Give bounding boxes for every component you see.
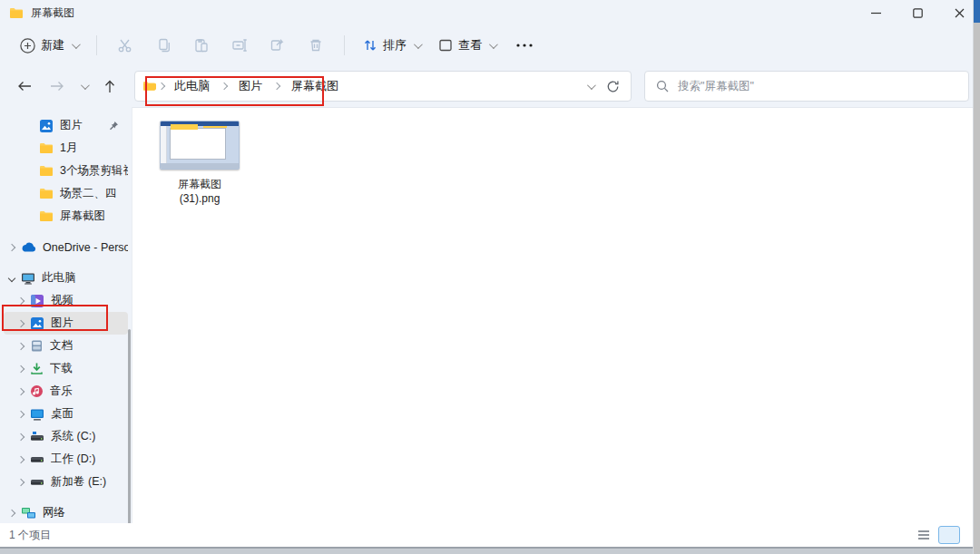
sidebar-item-folder-scenes[interactable]: 场景二、四 [4,182,128,205]
up-button[interactable] [96,73,123,100]
item-count-label: 1 个项目 [9,528,51,543]
address-row: 此电脑 图片 屏幕截图 搜索"屏幕截图" [0,65,980,107]
file-explorer-window: 屏幕截图 新建 [0,0,980,554]
chevron-down-icon[interactable] [8,274,15,281]
breadcrumb-separator [273,83,280,90]
maximize-button[interactable] [897,0,938,25]
address-dropdown-chevron[interactable] [587,81,596,90]
sort-button[interactable]: 排序 [356,32,427,59]
sidebar-item-desktop[interactable]: 桌面 [4,403,128,425]
sidebar-item-this-pc[interactable]: 此电脑 [4,267,128,289]
folder-icon [39,188,54,199]
breadcrumb-separator [158,83,165,90]
documents-icon [30,339,44,353]
pictures-icon [39,119,54,133]
chevron-right-icon[interactable] [17,319,24,326]
file-thumbnail [160,121,240,170]
folder-icon [142,81,156,92]
breadcrumb-separator [220,83,228,90]
chevron-right-icon[interactable] [17,433,24,440]
pin-icon [109,121,119,131]
sidebar-item-pictures-pinned[interactable]: 图片 [4,114,128,137]
share-button[interactable] [260,31,295,60]
toolbar-divider [344,35,345,55]
window-title: 屏幕截图 [31,5,74,21]
sidebar-item-drive-c[interactable]: 系统 (C:) [4,425,128,448]
sidebar-item-videos[interactable]: 视频 [4,289,128,312]
chevron-down-icon [72,40,81,49]
sidebar-item-documents[interactable]: 文档 [4,335,128,357]
view-icon [438,38,453,53]
chevron-right-icon[interactable] [17,455,24,462]
chevron-right-icon[interactable] [17,478,24,485]
drive-icon [30,453,44,465]
share-icon [270,37,286,53]
search-icon [656,80,669,92]
rename-icon [231,37,248,53]
file-name: 屏幕截图 (31).png [178,177,221,206]
breadcrumb-screenshots[interactable]: 屏幕截图 [284,75,346,97]
sidebar-item-onedrive[interactable]: OneDrive - Perso [4,236,128,258]
back-button[interactable] [11,73,38,100]
forward-button[interactable] [44,73,71,100]
delete-button[interactable] [299,31,333,60]
breadcrumb-pictures[interactable]: 图片 [231,75,270,97]
sidebar-item-pictures[interactable]: 图片 [4,312,128,335]
chevron-down-icon [414,40,423,49]
paste-button[interactable] [184,31,219,60]
chevron-right-icon[interactable] [17,410,24,417]
copy-button[interactable] [146,31,181,60]
sidebar-item-folder-screenshots[interactable]: 屏幕截图 [4,205,128,228]
command-toolbar: 新建 排序 查看 [0,25,980,65]
chevron-right-icon[interactable] [8,509,15,516]
more-options-button[interactable] [506,43,543,48]
rename-button[interactable] [222,31,257,60]
onedrive-icon [21,242,36,252]
sidebar-item-folder-jan[interactable]: 1月 [4,137,128,160]
folder-icon [9,7,24,19]
address-bar[interactable]: 此电脑 图片 屏幕截图 [134,71,632,102]
file-item-screenshot-31[interactable]: 屏幕截图 (31).png [152,121,247,206]
details-view-toggle[interactable] [913,526,935,544]
folder-icon [39,210,54,222]
cut-button[interactable] [108,31,142,60]
icons-view-toggle[interactable] [938,526,960,544]
breadcrumb: 此电脑 图片 屏幕截图 [167,75,346,97]
downloads-icon [30,362,44,375]
sidebar-item-downloads[interactable]: 下载 [4,357,128,380]
paste-icon [193,37,210,53]
minimize-button[interactable] [855,0,897,25]
recent-locations-button[interactable] [76,73,91,100]
sidebar-item-drive-d[interactable]: 工作 (D:) [4,448,128,471]
navigation-pane: 图片 1月 3个场景剪辑视频 场景二、四 屏幕截图 [0,107,132,523]
window-bottom-edge [0,547,980,554]
new-button-label: 新建 [41,37,64,53]
search-input[interactable]: 搜索"屏幕截图" [644,71,969,102]
view-button[interactable]: 查看 [431,32,503,59]
folder-icon [39,142,54,154]
folder-icon [39,165,54,177]
sidebar-item-network[interactable]: 网络 [4,501,128,523]
chevron-right-icon[interactable] [8,243,15,250]
new-button[interactable]: 新建 [13,32,85,59]
sidebar-scrollbar[interactable] [128,329,131,523]
breadcrumb-this-pc[interactable]: 此电脑 [167,75,217,97]
list-view-icon [917,530,930,540]
chevron-right-icon[interactable] [17,387,24,394]
copy-icon [155,37,172,53]
sort-arrows-icon [363,38,377,53]
chevron-right-icon[interactable] [17,364,24,372]
sidebar-item-music[interactable]: 音乐 [4,380,128,403]
this-pc-icon [21,272,35,285]
trash-icon [308,37,324,53]
refresh-icon[interactable] [606,80,620,93]
desktop-icon [30,408,44,421]
background-window-sliver [974,0,980,554]
drive-c-icon [30,431,44,442]
sidebar-item-folder-clips[interactable]: 3个场景剪辑视频 [4,160,128,182]
scissors-icon [117,37,133,53]
sidebar-item-drive-e[interactable]: 新加卷 (E:) [4,471,128,493]
plus-circle-icon [20,38,35,53]
chevron-right-icon[interactable] [17,342,24,349]
chevron-right-icon[interactable] [17,296,24,304]
